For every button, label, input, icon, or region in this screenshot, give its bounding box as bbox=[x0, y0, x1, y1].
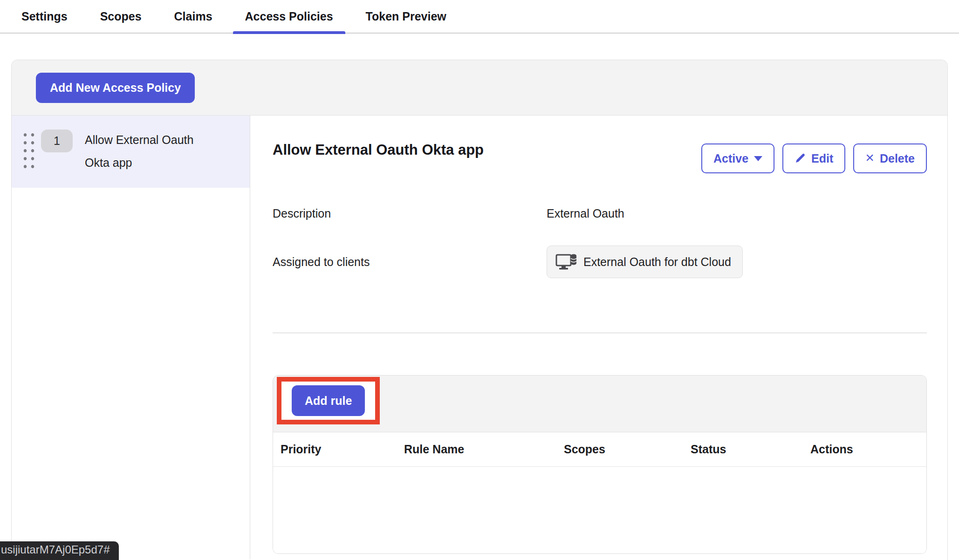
delete-label: Delete bbox=[880, 152, 915, 165]
tab-bar: Settings Scopes Claims Access Policies T… bbox=[0, 0, 959, 34]
policy-priority-badge: 1 bbox=[41, 130, 73, 152]
access-policies-panel: Add New Access Policy 1 Allow External O… bbox=[11, 60, 948, 560]
column-rule-name: Rule Name bbox=[404, 443, 564, 456]
panel-body: 1 Allow External Oauth Okta app Allow Ex… bbox=[12, 116, 947, 560]
add-rule-button[interactable]: Add rule bbox=[292, 385, 365, 416]
tab-settings[interactable]: Settings bbox=[9, 0, 80, 33]
column-actions: Actions bbox=[810, 443, 926, 456]
add-new-access-policy-button[interactable]: Add New Access Policy bbox=[36, 73, 195, 103]
delete-button[interactable]: × Delete bbox=[853, 143, 927, 173]
status-dropdown-button[interactable]: Active bbox=[701, 143, 774, 173]
rules-table-header: Priority Rule Name Scopes Status Actions bbox=[273, 432, 926, 467]
chevron-down-icon bbox=[754, 156, 762, 161]
column-scopes: Scopes bbox=[564, 443, 691, 456]
policy-actions: Active Edit × Delete bbox=[701, 143, 927, 173]
rules-toolbar: Add rule bbox=[273, 376, 926, 432]
tab-claims[interactable]: Claims bbox=[162, 0, 225, 33]
description-label: Description bbox=[273, 207, 547, 220]
highlight-annotation-box: Add rule bbox=[277, 377, 380, 424]
tab-token-preview[interactable]: Token Preview bbox=[354, 0, 459, 33]
status-label: Active bbox=[713, 152, 748, 165]
assigned-clients-row: Assigned to clients External Oauth for d… bbox=[273, 246, 927, 278]
policy-list-sidebar: 1 Allow External Oauth Okta app bbox=[12, 116, 250, 560]
delete-x-icon: × bbox=[865, 150, 874, 165]
policy-list-item[interactable]: 1 Allow External Oauth Okta app bbox=[12, 116, 250, 188]
policy-detail-pane: Allow External Oauth Okta app Active Edi… bbox=[250, 116, 947, 560]
policy-detail-header: Allow External Oauth Okta app Active Edi… bbox=[273, 140, 927, 173]
description-row: Description External Oauth bbox=[273, 207, 927, 220]
section-divider bbox=[273, 333, 927, 333]
policy-fields: Description External Oauth Assigned to c… bbox=[273, 207, 927, 278]
assigned-client-chip: External Oauth for dbt Cloud bbox=[547, 246, 743, 278]
edit-label: Edit bbox=[811, 152, 833, 165]
assigned-clients-label: Assigned to clients bbox=[273, 255, 547, 269]
assigned-client-name: External Oauth for dbt Cloud bbox=[583, 255, 731, 269]
access-policies-page: Settings Scopes Claims Access Policies T… bbox=[0, 0, 959, 560]
tab-access-policies[interactable]: Access Policies bbox=[233, 0, 345, 33]
column-priority: Priority bbox=[281, 443, 404, 456]
link-preview-tooltip: usijiutarM7Aj0Ep5d7# bbox=[0, 541, 119, 560]
edit-button[interactable]: Edit bbox=[782, 143, 845, 173]
column-status: Status bbox=[691, 443, 810, 456]
policy-name-label: Allow External Oauth Okta app bbox=[85, 129, 207, 174]
rules-panel: Add rule Priority Rule Name Scopes Statu… bbox=[273, 375, 927, 554]
policy-toolbar: Add New Access Policy bbox=[12, 60, 947, 116]
drag-handle-icon[interactable] bbox=[20, 130, 35, 169]
tab-scopes[interactable]: Scopes bbox=[88, 0, 154, 33]
client-app-icon bbox=[555, 253, 577, 271]
pencil-icon bbox=[795, 153, 806, 164]
policy-title: Allow External Oauth Okta app bbox=[273, 140, 484, 160]
description-value: External Oauth bbox=[547, 207, 624, 220]
rules-table-body bbox=[273, 467, 926, 553]
